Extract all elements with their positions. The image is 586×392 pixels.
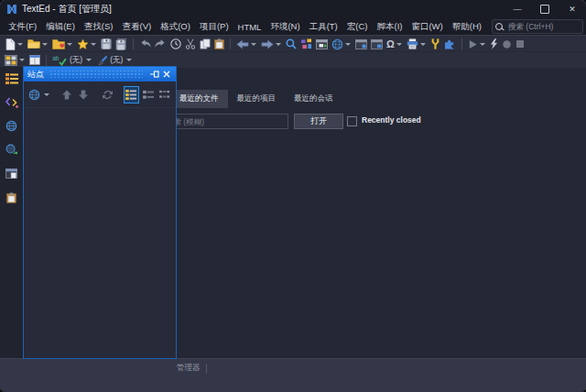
- recently-closed-checkbox[interactable]: [347, 116, 357, 126]
- maximize-button[interactable]: [531, 0, 559, 18]
- capture-window-button[interactable]: [353, 37, 369, 51]
- run-dropdown-icon[interactable]: [480, 43, 485, 46]
- open-folder-dropdown-icon[interactable]: [42, 43, 48, 46]
- site-panel-tab[interactable]: [4, 71, 19, 85]
- site-panel-titlebar[interactable]: 站点: [24, 67, 176, 82]
- manager-dock-tab[interactable]: 管理器: [177, 363, 207, 374]
- quick-run-button[interactable]: [488, 37, 500, 51]
- favorites-dropdown-icon[interactable]: [67, 43, 72, 46]
- print-button[interactable]: [405, 37, 429, 51]
- highlight-value: (无): [110, 55, 123, 66]
- special-chars-dropdown-icon[interactable]: [396, 43, 402, 46]
- toolbar-separator: [230, 38, 231, 49]
- undo-button[interactable]: [137, 37, 153, 51]
- compact-list-icon: [159, 90, 171, 100]
- save-button[interactable]: [99, 37, 114, 51]
- stop-button[interactable]: [514, 37, 526, 51]
- bookmark-star-button[interactable]: [75, 37, 99, 51]
- view-list-button[interactable]: [140, 86, 156, 103]
- tab-recent-projects[interactable]: 最近的项目: [228, 90, 286, 108]
- save-all-button[interactable]: [114, 37, 129, 51]
- view-detailed-list-button[interactable]: [124, 86, 140, 103]
- global-search-input[interactable]: [506, 21, 580, 32]
- run-play-icon: [468, 39, 478, 49]
- paste-button[interactable]: [212, 37, 226, 51]
- capture-region-button[interactable]: [369, 37, 385, 51]
- site-globe-dropdown-icon[interactable]: [44, 93, 49, 96]
- menu-window[interactable]: 窗口(W): [407, 19, 447, 35]
- favorites-folder-icon: [52, 38, 65, 50]
- move-down-button[interactable]: [75, 86, 91, 103]
- copy-button[interactable]: [198, 37, 212, 51]
- find-button[interactable]: [284, 37, 298, 51]
- open-button[interactable]: 打开: [294, 114, 343, 129]
- move-up-button[interactable]: [59, 86, 74, 103]
- panel-pin-button[interactable]: [148, 69, 160, 80]
- run-button[interactable]: [466, 37, 488, 51]
- menu-help[interactable]: 帮助(H): [448, 19, 486, 35]
- site-globe-button[interactable]: [27, 86, 42, 103]
- undo-icon: [139, 38, 151, 49]
- redo-button[interactable]: [153, 37, 168, 51]
- ftp-sync-panel-tab[interactable]: [4, 143, 19, 157]
- highlight-dropdown-icon[interactable]: [126, 59, 132, 61]
- new-file-button[interactable]: [3, 37, 26, 51]
- menu-format[interactable]: 格式(O): [156, 19, 195, 35]
- menu-environment[interactable]: 环境(N): [266, 19, 304, 35]
- view-compact-button[interactable]: [157, 86, 173, 103]
- global-search-box[interactable]: [492, 19, 583, 34]
- search-icon: [495, 23, 504, 31]
- special-chars-button[interactable]: Ω: [385, 37, 405, 51]
- minimize-button[interactable]: —: [504, 0, 531, 18]
- panel-close-button[interactable]: [160, 69, 172, 80]
- close-button[interactable]: ✕: [559, 0, 586, 18]
- browser-globe-button[interactable]: [330, 37, 353, 51]
- clipboard-panel-tab[interactable]: [4, 191, 19, 204]
- cut-button[interactable]: [183, 37, 198, 51]
- navigate-back-button[interactable]: [234, 37, 259, 51]
- back-dropdown-icon[interactable]: [251, 43, 256, 46]
- menu-script[interactable]: 脚本(I): [372, 19, 407, 35]
- record-button[interactable]: [500, 37, 514, 51]
- new-window-button[interactable]: [314, 37, 330, 51]
- forward-dropdown-icon[interactable]: [276, 43, 281, 46]
- navigate-forward-button[interactable]: [259, 37, 284, 51]
- favorites-folder-button[interactable]: [50, 37, 75, 51]
- menu-html[interactable]: HTML: [233, 20, 266, 34]
- menu-edit[interactable]: 编辑(E): [41, 19, 80, 35]
- history-button[interactable]: [168, 37, 183, 51]
- spellcheck-dropdown-icon[interactable]: [86, 59, 92, 61]
- tab-recent-sessions[interactable]: 最近的会话: [285, 90, 342, 108]
- documents-panel-tab[interactable]: [4, 167, 19, 180]
- globe-dropdown-icon[interactable]: [345, 43, 351, 46]
- tools-button[interactable]: [429, 37, 442, 51]
- browser-panel-tab[interactable]: [4, 119, 19, 133]
- snippets-button[interactable]: [298, 37, 314, 51]
- menu-file[interactable]: 文件(F): [4, 19, 41, 35]
- refresh-button[interactable]: [100, 86, 115, 103]
- titlebar: TextEd - 首页 [管理员] — ✕: [0, 0, 586, 18]
- menu-view[interactable]: 查看(V): [117, 19, 156, 35]
- stop-square-icon: [515, 39, 525, 49]
- forward-arrow-icon: [261, 39, 274, 49]
- open-folder-button[interactable]: [26, 37, 50, 51]
- menu-macro[interactable]: 宏(C): [342, 19, 373, 35]
- bookmark-dropdown-icon[interactable]: [91, 43, 96, 46]
- window-title: TextEd - 首页 [管理员]: [22, 3, 112, 16]
- new-file-dropdown-icon[interactable]: [17, 43, 23, 46]
- menu-tools[interactable]: 工具(T): [305, 19, 342, 35]
- toolbar-separator: [46, 55, 47, 66]
- spellcheck-value: (无): [70, 55, 82, 66]
- recent-files-search-input[interactable]: [161, 114, 288, 129]
- menu-search[interactable]: 查找(S): [80, 19, 118, 35]
- print-dropdown-icon[interactable]: [420, 43, 426, 46]
- snippets-panel-tab[interactable]: [4, 95, 19, 109]
- window-controls: — ✕: [504, 0, 586, 18]
- panel-grip[interactable]: [49, 71, 143, 78]
- tab-recent-files[interactable]: 最近的文件: [170, 90, 228, 108]
- menu-project[interactable]: 项目(P): [195, 19, 233, 35]
- plugins-button[interactable]: [442, 37, 458, 51]
- layout-dropdown-icon[interactable]: [19, 59, 25, 61]
- globe-icon: [28, 89, 40, 101]
- lightning-bolt-icon: [490, 38, 498, 49]
